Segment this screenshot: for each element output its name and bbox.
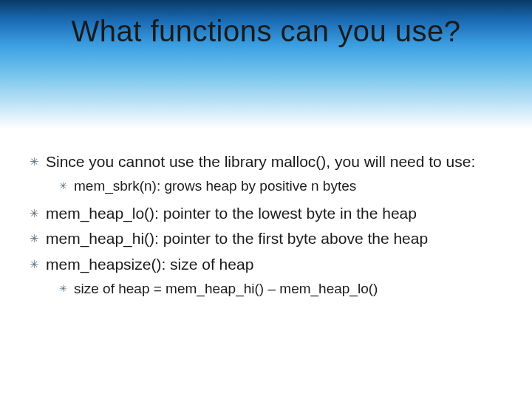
bullet-text: mem_heap_hi(): pointer to the first byte… — [46, 230, 428, 247]
bullet-level1: mem_heap_hi(): pointer to the first byte… — [30, 228, 502, 249]
bullet-text: mem_heap_lo(): pointer to the lowest byt… — [46, 205, 417, 222]
slide-header: What functions can you use? — [0, 0, 532, 129]
bullet-level1: mem_heap_lo(): pointer to the lowest byt… — [30, 203, 502, 224]
bullet-level2: size of heap = mem_heap_hi() – mem_heap_… — [30, 279, 502, 299]
bullet-level1: mem_heapsize(): size of heap — [30, 254, 502, 275]
bullet-text: Since you cannot use the library malloc(… — [46, 153, 475, 170]
bullet-text: mem_heapsize(): size of heap — [46, 256, 253, 273]
bullet-text: size of heap = mem_heap_hi() – mem_heap_… — [74, 281, 378, 296]
slide-body: Since you cannot use the library malloc(… — [0, 129, 532, 299]
slide-title: What functions can you use? — [0, 15, 532, 48]
slide: What functions can you use? Since you ca… — [0, 0, 532, 399]
bullet-level2: mem_sbrk(n): grows heap by positive n by… — [30, 177, 502, 196]
bullet-level1: Since you cannot use the library malloc(… — [30, 151, 502, 172]
bullet-text: mem_sbrk(n): grows heap by positive n by… — [74, 178, 356, 194]
